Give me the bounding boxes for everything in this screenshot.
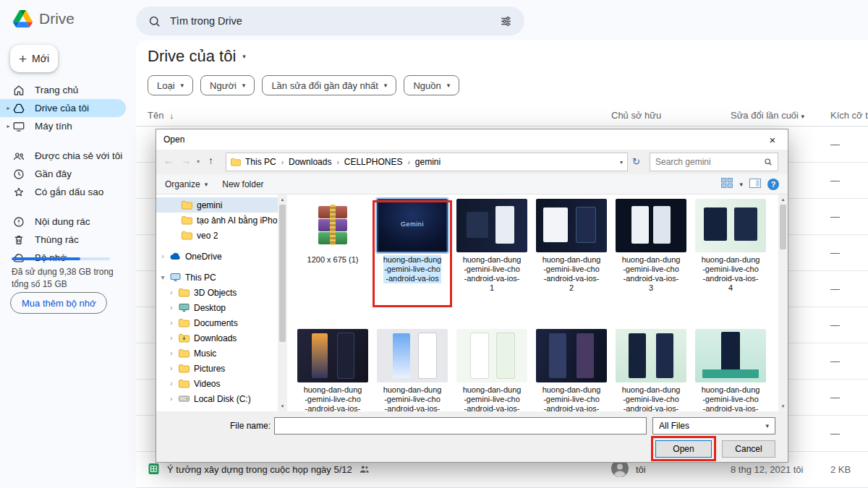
dialog-titlebar[interactable]: Open × — [156, 129, 788, 150]
column-owner[interactable]: Chủ sở hữu — [611, 110, 731, 121]
chevron-icon[interactable]: › — [168, 304, 175, 312]
open-dialog: Open × ← → ▾ ↑ This PC›Downloads›CELLPHO… — [156, 129, 788, 463]
filter-chip[interactable]: Lần sửa đổi gần đây nhất▾ — [262, 75, 396, 95]
file-item[interactable]: huong-dan-dung -gemini-live-cho -android… — [373, 325, 452, 411]
file-item[interactable]: huong-dan-dung -gemini-live-cho -android… — [691, 325, 770, 411]
new-folder-button[interactable]: New folder — [222, 179, 263, 189]
drive-logo[interactable]: Drive — [13, 10, 75, 27]
tree-item[interactable]: gemini — [156, 197, 278, 213]
tree-item[interactable]: ▾This PC — [156, 270, 278, 285]
scroll-down-icon[interactable]: ▾ — [278, 403, 287, 409]
scroll-up-icon[interactable]: ▴ — [278, 197, 287, 202]
tree-item[interactable]: ›Downloads — [156, 330, 278, 346]
breadcrumb-item[interactable]: CELLPHONES — [344, 157, 403, 167]
sort-arrow-icon: ↓ — [169, 111, 174, 120]
file-item[interactable]: huong-dan-dung -gemini-live-cho -android… — [611, 325, 691, 411]
filter-chip[interactable]: Loại▾ — [148, 75, 193, 95]
tree-item[interactable]: ›OneDrive — [156, 249, 278, 264]
file-item[interactable]: huong-dan-dung -gemini-live-cho -android… — [532, 325, 611, 411]
tree-item[interactable]: tạo ảnh AI bằng iPhone — [156, 213, 278, 228]
size-cell: — — [830, 139, 868, 150]
chevron-icon[interactable]: › — [159, 252, 166, 260]
tree-item[interactable]: ›Documents — [156, 315, 278, 330]
sidebar-item-computers[interactable]: ▸Máy tính — [0, 117, 126, 135]
tree-item[interactable]: ›Videos — [156, 376, 278, 391]
breadcrumb-item[interactable]: This PC — [245, 157, 276, 167]
new-button[interactable]: + Mới — [10, 45, 58, 72]
help-icon[interactable]: ? — [767, 179, 779, 190]
refresh-icon[interactable]: ↻ — [632, 156, 640, 167]
file-item[interactable]: 868 x 488 (1) — [293, 194, 373, 325]
owner-label: tôi — [636, 464, 646, 475]
open-button[interactable]: Open — [655, 440, 712, 458]
breadcrumb-item[interactable]: gemini — [415, 157, 441, 167]
tree-item[interactable]: ›Desktop — [156, 300, 278, 315]
tree-item-label: Pictures — [194, 364, 225, 374]
buy-storage-button[interactable]: Mua thêm bộ nhớ — [10, 292, 107, 314]
scroll-up-icon[interactable]: ▴ — [778, 197, 788, 202]
chevron-icon[interactable]: › — [168, 334, 175, 342]
scrollbar-thumb[interactable] — [279, 205, 286, 342]
history-dropdown-icon[interactable]: ▾ — [197, 158, 200, 165]
files-scrollbar[interactable]: ▴ ▾ — [778, 194, 788, 411]
file-item[interactable]: huong-dan-dung -gemini-live-cho -android… — [293, 325, 373, 411]
close-icon[interactable]: × — [757, 129, 788, 150]
tune-filters-icon[interactable] — [499, 14, 513, 28]
file-item[interactable]: huong-dan-dung -gemini-live-cho -android… — [532, 194, 611, 325]
forward-icon[interactable]: → — [181, 155, 191, 166]
tree-item[interactable]: ›Local Disk (C:) — [156, 391, 278, 406]
chevron-icon[interactable]: › — [168, 380, 175, 388]
file-name-input[interactable] — [274, 417, 647, 435]
file-item[interactable]: huong-dan-dung -gemini-live-cho -android… — [452, 194, 532, 325]
sidebar-item-spam[interactable]: Nội dung rác — [0, 213, 126, 231]
preview-pane-icon[interactable] — [749, 179, 761, 190]
tree-item[interactable]: ›Music — [156, 346, 278, 361]
page-title[interactable]: Drive của tôi ▾ — [148, 47, 246, 66]
chevron-icon[interactable]: › — [168, 364, 175, 372]
tree-item[interactable]: ›3D Objects — [156, 285, 278, 300]
sidebar-item-trash[interactable]: Thùng rác — [0, 231, 126, 249]
sidebar-item-recent[interactable]: Gần đây — [0, 165, 126, 183]
computer-icon — [12, 120, 25, 133]
column-modified[interactable]: Sửa đổi lần cuối ▾ — [731, 110, 830, 121]
scroll-down-icon[interactable]: ▾ — [778, 403, 788, 409]
column-name[interactable]: Tên ↓ — [148, 110, 611, 121]
tree-item-label: Documents — [194, 318, 238, 328]
column-size[interactable]: Kích cỡ tệp — [830, 110, 868, 121]
tree-item[interactable]: ›Pictures — [156, 361, 278, 376]
thumbnails-view-icon[interactable] — [721, 178, 733, 190]
file-label: huong-dan-dung -gemini-live-cho -android… — [702, 385, 760, 411]
size-cell: — — [830, 428, 868, 439]
tree-item[interactable]: veo 2 — [156, 228, 278, 243]
file-item[interactable]: huong-dan-dung -gemini-live-cho -android… — [691, 194, 770, 325]
scrollbar-thumb[interactable] — [780, 205, 786, 249]
filter-chips: Loại▾Người▾Lần sửa đổi gần đây nhất▾Nguồ… — [148, 75, 459, 95]
organize-button[interactable]: Organize▾ — [165, 179, 208, 189]
sidebar-item-home[interactable]: Trang chủ — [0, 81, 126, 99]
dialog-search-box[interactable]: Search gemini — [650, 153, 778, 171]
view-dropdown-icon[interactable]: ▾ — [739, 181, 743, 188]
chevron-icon[interactable]: › — [168, 288, 175, 296]
sidebar-item-starred[interactable]: Có gắn dấu sao — [0, 183, 126, 201]
filter-chip[interactable]: Người▾ — [200, 75, 255, 95]
file-item[interactable]: Geminihuong-dan-dung -gemini-live-cho -a… — [373, 194, 452, 325]
chevron-icon[interactable]: › — [168, 395, 175, 403]
chevron-icon[interactable]: › — [168, 349, 175, 357]
sidebar-item-my-drive[interactable]: ▸Drive của tôi — [0, 99, 126, 117]
drive-search-bar[interactable]: Tìm trong Drive — [136, 7, 524, 35]
file-item[interactable]: huong-dan-dung -gemini-live-cho -android… — [452, 325, 532, 411]
address-bar[interactable]: This PC›Downloads›CELLPHONES›gemini ▾ — [226, 153, 628, 171]
up-icon[interactable]: ↑ — [208, 155, 213, 166]
chevron-icon[interactable]: › — [168, 319, 175, 327]
sidebar-item-shared[interactable]: Được chia sẻ với tôi — [0, 147, 126, 165]
file-item[interactable]: huong-dan-dung -gemini-live-cho -android… — [611, 194, 691, 325]
filter-chip[interactable]: Nguồn▾ — [404, 75, 459, 95]
folder-icon — [179, 379, 190, 388]
chevron-icon[interactable]: ▾ — [159, 273, 166, 281]
back-icon[interactable]: ← — [163, 155, 174, 166]
tree-scrollbar[interactable]: ▴ ▾ — [278, 194, 287, 411]
breadcrumb-item[interactable]: Downloads — [289, 157, 331, 167]
cancel-button[interactable]: Cancel — [722, 440, 775, 458]
address-dropdown-icon[interactable]: ▾ — [620, 159, 623, 166]
file-type-select[interactable]: All Files ▾ — [652, 417, 775, 435]
